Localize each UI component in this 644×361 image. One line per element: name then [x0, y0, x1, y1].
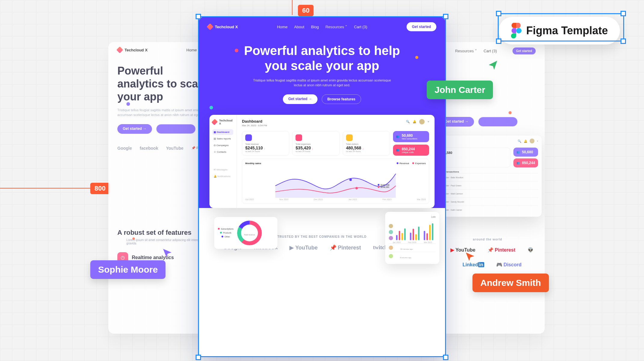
- brand-name: Techcloud X: [125, 48, 147, 52]
- cursor-tag-john: John Carter: [427, 81, 493, 99]
- svg-point-0: [349, 179, 352, 181]
- svg-point-2: [516, 28, 522, 33]
- stat-visitors: Total visitors 480,568 ↓ vs last 24 hour…: [343, 131, 390, 156]
- bell-icon[interactable]: 🔔: [524, 139, 527, 143]
- logo-linkedin: Linkedin: [463, 262, 484, 268]
- brand: Techcloud X: [208, 24, 238, 29]
- logo-reddit: 👽: [528, 247, 534, 253]
- cta-get-started[interactable]: Get started: [512, 47, 536, 54]
- figma-logo-icon: [511, 23, 522, 38]
- dashboard-sidebar: Techcloud X ▦ Dashboard ▤ Sales reports …: [209, 115, 237, 208]
- decor-dot: [126, 102, 130, 106]
- nav-blog[interactable]: Blog: [311, 25, 319, 29]
- hero-subtitle: Tristique tellus feugiat sagittis mattis…: [253, 78, 391, 88]
- logo-pinterest: 📌 Pinterest: [330, 244, 361, 251]
- nav-cart[interactable]: Cart (3): [354, 25, 367, 29]
- cursor-sophie-icon: [163, 248, 173, 259]
- avatar[interactable]: [530, 139, 534, 143]
- selection-handle-tl[interactable]: [196, 14, 201, 19]
- selection-handle[interactable]: [621, 38, 626, 44]
- selection-handle-br[interactable]: [443, 355, 448, 360]
- cursor-tag-andrew: Andrew Smith: [472, 274, 549, 292]
- sidebar-item-sales[interactable]: ▤ Sales reports: [212, 136, 233, 142]
- selection-handle[interactable]: [496, 38, 501, 44]
- float-donut-card: Subscriptions Products Other $245,110 To…: [214, 217, 277, 249]
- stat-right-label: $40,580: [440, 151, 507, 154]
- selection-handle[interactable]: [621, 11, 626, 16]
- monthly-sales-chart: Monthly sales Revenue Expenses $160,55: [242, 159, 429, 204]
- brand-logo-icon: [116, 47, 123, 54]
- sidebar-item-contacts[interactable]: ☺ Contacts: [212, 149, 233, 155]
- pill-visits: 👥 850,244Unique visits: [393, 145, 429, 156]
- nav-home[interactable]: Home: [277, 25, 288, 29]
- cta-get-started[interactable]: Get started →: [117, 124, 152, 134]
- nav-resources[interactable]: Resources ˅: [325, 25, 347, 29]
- selection-handle[interactable]: [496, 11, 501, 16]
- chevron-down-icon[interactable]: ▾: [428, 120, 429, 123]
- nav-links: Resources ˅ Cart (3): [455, 49, 497, 53]
- cursor-tag-sophie: Sophie Moore: [90, 260, 166, 279]
- logo-discord: 🎮 Discord: [496, 262, 522, 268]
- decor-dot: [209, 106, 213, 109]
- brand-logo-icon: [207, 23, 214, 30]
- decor-dot: [509, 111, 512, 114]
- users-icon: 👥: [396, 148, 399, 151]
- logo-google: Google: [117, 146, 132, 151]
- cta-browse-features[interactable]: Browse features: [322, 94, 361, 104]
- selection-handle-bl[interactable]: [196, 355, 201, 360]
- sidebar-item-notifications[interactable]: 🔔 Notifications: [212, 173, 233, 179]
- dashboard-subtitle: Mar 24, 2023 · 8:54 PM: [242, 124, 267, 127]
- dashboard-screenshot: Techcloud X ▦ Dashboard ▤ Sales reports …: [209, 115, 435, 208]
- bell-icon[interactable]: 🔔: [413, 120, 416, 123]
- sidebar-item-campaigns[interactable]: ◎ Campaigns: [212, 142, 233, 148]
- nav-cart[interactable]: Cart (3): [484, 49, 497, 53]
- cursor-andrew-icon: [465, 252, 475, 262]
- brand-name: Techcloud X: [215, 25, 238, 29]
- logo-youtube: ▶ YouTube: [289, 244, 317, 251]
- trusted-heading: around the world: [430, 238, 545, 241]
- nav-about[interactable]: About: [294, 25, 304, 29]
- search-icon[interactable]: 🔍: [406, 120, 410, 123]
- pill-subs: 👥50,680: [513, 148, 538, 157]
- donut-chart: $245,110 Total revenue: [237, 221, 262, 245]
- chevron-down-icon[interactable]: ▾: [537, 140, 538, 142]
- logo-youtube: YouTube: [166, 146, 184, 151]
- cta-get-started[interactable]: Get started: [407, 22, 436, 31]
- stat-expenses: Total expenses $35,420 ↓ vs last 24 hour…: [292, 131, 339, 156]
- design-frame-center[interactable]: Techcloud X Home About Blog Resources ˅ …: [199, 17, 445, 356]
- avatar[interactable]: [419, 119, 425, 124]
- ruler-badge-top: 60: [298, 5, 314, 16]
- ruler-line-vertical: [292, 0, 293, 15]
- nav-resources[interactable]: Resources ˅: [455, 49, 477, 53]
- ruler-line-horizontal: [0, 188, 90, 188]
- nav-home[interactable]: Home: [186, 48, 197, 52]
- svg-point-1: [355, 187, 358, 189]
- cta-get-started[interactable]: Get started →: [283, 94, 317, 104]
- latest-transactions-heading: Latest transactions: [437, 170, 538, 173]
- sidebar-item-messages[interactable]: ✉ Messages: [212, 167, 233, 173]
- figma-chip-label: Figma Template: [526, 24, 608, 37]
- ruler-badge-left: 800: [90, 183, 110, 194]
- decor-dot: [235, 49, 238, 52]
- nav-links: Home About Blog Resources ˅ Cart (3): [277, 25, 367, 29]
- stat-revenue: Total revenue $245,110 ↓ vs last 24 hour…: [242, 131, 289, 156]
- figma-template-chip[interactable]: Figma Template: [499, 17, 620, 44]
- cursor-john-icon: [488, 60, 498, 71]
- hero-title: Powerful analytics to scale your app: [117, 64, 208, 103]
- brand: Techcloud X: [117, 47, 147, 52]
- dashboard-title: Dashboard: [242, 119, 267, 124]
- pill-subs: 👥 50,680New subscribers: [393, 131, 429, 142]
- decor-dot: [132, 237, 135, 240]
- cta-browse-features[interactable]: Browse features: [156, 124, 196, 134]
- selection-handle-tr[interactable]: [443, 14, 448, 19]
- hero-title: Powerful analytics to help you scale you…: [238, 43, 406, 74]
- decor-dot: [415, 56, 418, 59]
- search-icon[interactable]: 🔍: [518, 139, 521, 143]
- logo-facebook: facebook: [140, 146, 158, 151]
- float-bars-card: Late Monthly sales Jan 2023 Feb 2: [385, 212, 439, 264]
- sidebar-item-dashboard[interactable]: ▦ Dashboard: [212, 129, 233, 135]
- logo-pinterest: 📌 Pinterest: [488, 247, 516, 253]
- cta-browse-features[interactable]: Browse features: [478, 117, 518, 127]
- pill-visits: 👥850,244: [513, 158, 538, 167]
- users-icon: 👥: [396, 135, 399, 138]
